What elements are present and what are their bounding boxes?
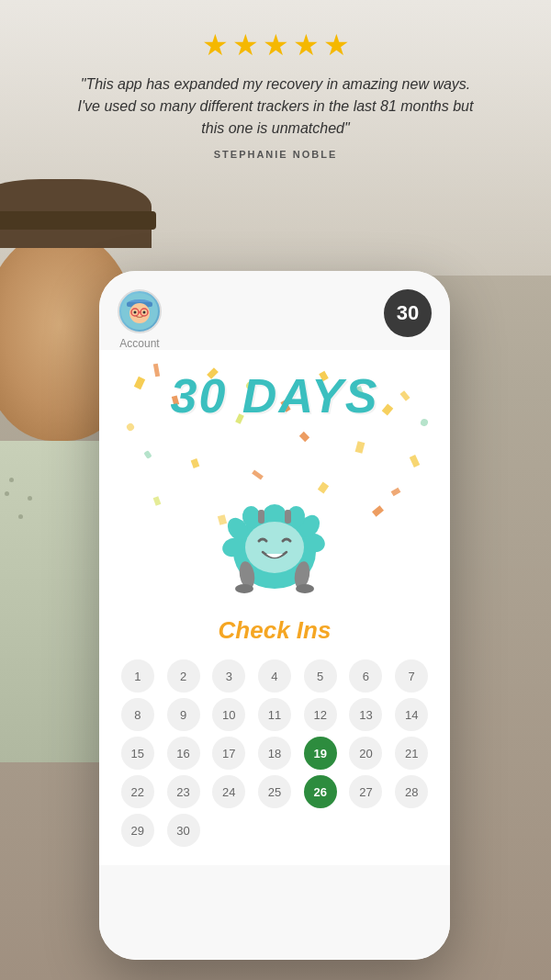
star-2: ★ [232,28,259,62]
calendar-grid: 1 2 3 4 5 6 7 8 9 10 11 12 13 14 15 16 1… [118,659,432,847]
cal-day-20[interactable]: 20 [349,737,382,770]
days-text: 30 DAYS [99,368,450,423]
cal-day-7[interactable]: 7 [395,659,428,693]
cal-day-9[interactable]: 9 [167,698,200,731]
phone-mockup: Account 30 [99,271,450,960]
day-counter: 30 [384,289,432,337]
cal-day-14[interactable]: 14 [395,698,428,731]
svg-point-8 [143,311,146,314]
svg-rect-23 [285,510,291,524]
cal-day-24[interactable]: 24 [212,775,245,808]
cal-day-6[interactable]: 6 [349,659,382,693]
svg-point-21 [296,584,314,593]
cal-day-22[interactable]: 22 [121,775,154,808]
cal-day-30[interactable]: 30 [167,814,200,847]
celebration-area: 30 DAYS [99,350,450,607]
cal-day-26[interactable]: 26 [304,775,337,808]
phone-top-bar: Account 30 [99,271,450,350]
cal-day-18[interactable]: 18 [258,737,291,770]
cal-day-23[interactable]: 23 [167,775,200,808]
star-5: ★ [323,28,350,62]
cal-day-29[interactable]: 29 [121,814,154,847]
svg-rect-22 [258,510,264,524]
cal-day-21[interactable]: 21 [395,737,428,770]
cal-day-13[interactable]: 13 [349,698,382,731]
cal-day-15[interactable]: 15 [121,737,154,770]
cal-day-28[interactable]: 28 [395,775,428,808]
cal-day-19[interactable]: 19 [304,737,337,770]
cal-day-5[interactable]: 5 [304,659,337,693]
review-text: "This app has expanded my recovery in am… [73,73,478,140]
svg-point-16 [264,504,286,523]
svg-point-17 [245,522,304,573]
stars-row: ★ ★ ★ ★ ★ [73,28,478,62]
phone-screen: Account 30 [99,271,450,960]
reviewer-name: STEPHANIE NOBLE [73,149,478,160]
star-4: ★ [293,28,320,62]
account-area[interactable]: Account [118,289,162,350]
star-3: ★ [263,28,289,62]
cal-day-1[interactable]: 1 [121,659,154,693]
checkins-section: Check Ins 1 2 3 4 5 6 7 8 9 10 11 12 13 … [99,607,450,865]
cal-day-2[interactable]: 2 [167,659,200,693]
cal-day-8[interactable]: 8 [121,698,154,731]
checkins-title: Check Ins [118,616,432,645]
svg-point-7 [134,311,137,314]
cal-day-17[interactable]: 17 [212,737,245,770]
cal-day-3[interactable]: 3 [212,659,245,693]
cal-day-27[interactable]: 27 [349,775,382,808]
cal-day-12[interactable]: 12 [304,698,337,731]
cal-day-16[interactable]: 16 [167,737,200,770]
account-avatar [118,289,162,333]
cal-day-4[interactable]: 4 [258,659,291,693]
monster-character [215,479,334,598]
cal-day-11[interactable]: 11 [258,698,291,731]
svg-point-3 [129,303,150,323]
review-section: ★ ★ ★ ★ ★ "This app has expanded my reco… [0,18,551,169]
svg-point-20 [235,584,253,593]
cal-day-10[interactable]: 10 [212,698,245,731]
star-1: ★ [202,28,229,62]
cal-day-25[interactable]: 25 [258,775,291,808]
account-label: Account [119,337,159,350]
